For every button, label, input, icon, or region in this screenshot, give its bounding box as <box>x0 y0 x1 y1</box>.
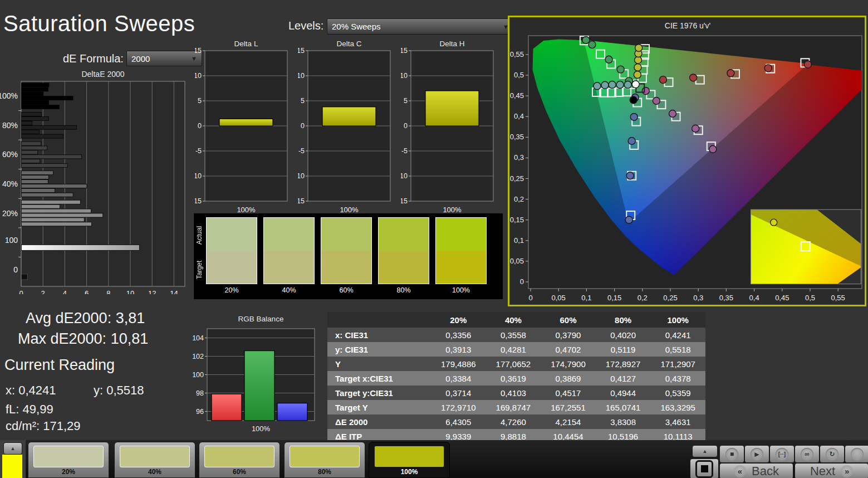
svg-text:0,5: 0,5 <box>514 71 524 79</box>
expand-patch-panel-button[interactable]: ▲ <box>3 442 22 455</box>
svg-text:0,5: 0,5 <box>805 294 815 302</box>
sample-button-60%[interactable]: 60% <box>199 442 280 478</box>
current-fl-stat: fL: 49,99 <box>6 402 53 417</box>
svg-text:80%: 80% <box>2 121 18 130</box>
svg-text:0,05: 0,05 <box>552 294 566 302</box>
target-swatch-40% <box>264 251 314 284</box>
de-formula-value: 2000 <box>131 54 150 64</box>
svg-text:-10: -10 <box>401 172 408 180</box>
delta-l-chart: Delta L151050-5-10-15100% <box>195 39 294 215</box>
svg-text:0,45: 0,45 <box>510 91 524 100</box>
table-cell: 0,4944 <box>596 386 651 400</box>
svg-text:0,25: 0,25 <box>663 294 677 302</box>
play-button[interactable]: ▶ <box>744 445 769 463</box>
target-swatch-100% <box>436 251 486 284</box>
svg-text:8: 8 <box>106 289 110 294</box>
continuous-button[interactable]: ∞ <box>795 445 820 463</box>
table-cell: 3,4631 <box>650 414 705 429</box>
expand-transport-button[interactable]: ▲ <box>692 445 718 457</box>
chevron-right-icon: » <box>841 465 853 477</box>
sample-button-80%[interactable]: 80% <box>284 442 365 478</box>
table-cell: 4,7260 <box>486 414 541 429</box>
svg-text:Delta L: Delta L <box>234 40 258 48</box>
refresh-button[interactable]: ↻ <box>820 445 845 463</box>
svg-text:0: 0 <box>301 122 305 130</box>
svg-text:-15: -15 <box>195 197 202 205</box>
sample-button-20%[interactable]: 20% <box>28 442 109 478</box>
swatch-compare-40% <box>263 217 315 284</box>
current-y-stat: y: 0,5518 <box>94 383 144 398</box>
sample-swatch <box>204 446 274 467</box>
swatch-row-label-actual: Actual <box>195 219 204 251</box>
table-corner-header <box>327 312 431 328</box>
table-cell: 165,0741 <box>596 400 651 414</box>
de-formula-dropdown[interactable]: 2000 ▼ <box>126 51 202 66</box>
svg-text:0: 0 <box>404 122 408 130</box>
svg-text:4: 4 <box>63 289 67 294</box>
svg-text:DeltaE 2000: DeltaE 2000 <box>81 70 124 79</box>
table-cell: 0,3913 <box>431 342 486 357</box>
target-swatch-20% <box>207 251 257 284</box>
svg-text:0,4: 0,4 <box>514 112 524 120</box>
svg-text:Delta C: Delta C <box>336 40 361 48</box>
svg-text:5: 5 <box>198 97 202 105</box>
table-cell: 0,4127 <box>596 371 651 386</box>
swatch-level-label: 60% <box>321 286 372 294</box>
sample-swatch <box>374 446 444 467</box>
svg-text:5: 5 <box>301 97 305 105</box>
table-cell: 167,2551 <box>541 400 596 414</box>
sample-label: 80% <box>285 468 365 476</box>
table-cell: 179,4886 <box>431 357 486 371</box>
cie-1976-chart: CIE 1976 u'v'00,050,10,150,20,250,30,350… <box>509 17 865 305</box>
table-row: x: CIE310,33560,35580,37900,40200,4241 <box>327 328 705 342</box>
swatch-level-label: 80% <box>378 286 429 294</box>
svg-text:0,15: 0,15 <box>607 294 621 302</box>
table-cell: 3,8308 <box>596 414 651 429</box>
table-row-label: Target Y <box>327 400 431 414</box>
table-cell: 6,4305 <box>431 414 486 429</box>
levels-dropdown[interactable]: 20% Sweeps ▼ <box>327 18 514 35</box>
sample-button-40%[interactable]: 40% <box>114 442 195 478</box>
table-cell: 0,3790 <box>541 328 596 342</box>
current-patch-swatch <box>2 455 22 478</box>
table-cell: 0,3558 <box>486 328 541 342</box>
svg-text:CIE 1976 u'v': CIE 1976 u'v' <box>665 21 710 30</box>
svg-text:10: 10 <box>401 72 408 80</box>
svg-text:10: 10 <box>126 289 134 294</box>
swatch-row-label-target: Target <box>195 253 204 286</box>
svg-text:10: 10 <box>195 72 202 80</box>
svg-text:100%: 100% <box>237 206 256 214</box>
table-cell: 171,2907 <box>650 357 705 371</box>
table-row: Y179,4886177,0652174,7900172,8927171,290… <box>327 357 705 371</box>
levels-label: Levels: <box>288 19 323 32</box>
svg-text:5: 5 <box>404 97 408 105</box>
swatch-compare-20% <box>206 217 257 284</box>
calibration-app: Saturation Sweeps dE Formula: 2000 ▼ Lev… <box>0 0 868 478</box>
svg-text:0,4: 0,4 <box>749 294 759 302</box>
stop-icon: ■ <box>725 448 738 461</box>
stop-measurement-button[interactable] <box>690 459 719 478</box>
svg-text:0,2: 0,2 <box>514 195 524 203</box>
next-button[interactable]: Next » <box>795 463 868 478</box>
table-cell: 177,0652 <box>486 357 541 371</box>
interval-button[interactable]: [··] <box>769 445 795 463</box>
page-title: Saturation Sweeps <box>3 11 195 36</box>
actual-swatch-60% <box>321 218 371 251</box>
current-x-stat: x: 0,4241 <box>6 383 56 398</box>
table-cell: 172,8927 <box>596 357 651 371</box>
sample-button-100%[interactable]: 100% <box>369 442 450 478</box>
svg-text:-15: -15 <box>401 197 408 205</box>
svg-text:100%: 100% <box>340 206 359 214</box>
table-col-header: 20% <box>431 312 486 328</box>
levels-value: 20% Sweeps <box>332 22 381 31</box>
stop-button[interactable]: ■ <box>719 445 744 463</box>
table-cell: 0,5359 <box>650 386 705 400</box>
table-cell: 0,3356 <box>431 328 486 342</box>
svg-text:20%: 20% <box>2 209 18 218</box>
table-cell: 0,3619 <box>486 371 541 386</box>
delta-c-chart: Delta C151050-5-10-15100% <box>298 39 397 215</box>
back-button[interactable]: « Back <box>719 463 793 478</box>
blank-button[interactable] <box>845 445 868 463</box>
max-de2000-stat: Max dE2000: 10,81 <box>18 330 148 348</box>
svg-text:98: 98 <box>196 389 204 397</box>
